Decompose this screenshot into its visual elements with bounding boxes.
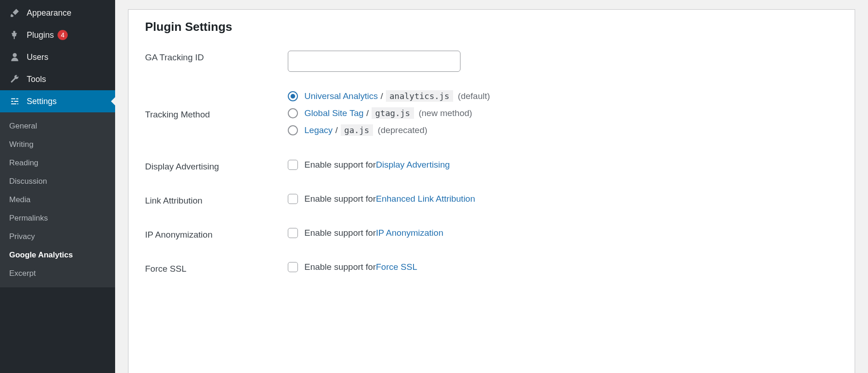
universal-note: (default) — [458, 91, 490, 101]
brush-icon — [8, 7, 21, 18]
ip-anonymization-checkbox[interactable] — [288, 228, 298, 238]
sidebar-item-settings[interactable]: Settings — [0, 90, 115, 112]
tracking-method-legacy[interactable]: Legacy / ga.js (deprecated) — [288, 124, 838, 136]
global-site-tag-link[interactable]: Global Site Tag — [304, 108, 364, 118]
page-title: Plugin Settings — [145, 20, 838, 34]
plugin-settings-panel: Plugin Settings GA Tracking ID Tracking … — [128, 9, 855, 373]
ga-js-code: ga.js — [341, 124, 373, 136]
gtag-note: (new method) — [419, 108, 472, 118]
plugins-update-badge: 4 — [58, 30, 68, 40]
display-advertising-link[interactable]: Display Advertising — [376, 160, 450, 170]
ip-anonymization-option[interactable]: Enable support for IP Anonymization — [288, 228, 838, 238]
link-attribution-prefix: Enable support for — [304, 194, 376, 204]
sidebar-item-users[interactable]: Users — [0, 46, 115, 68]
tracking-method-label: Tracking Method — [145, 90, 288, 120]
settings-submenu: General Writing Reading Discussion Media… — [0, 112, 115, 287]
link-attribution-checkbox[interactable] — [288, 194, 298, 204]
row-link-attribution: Link Attribution Enable support for Enha… — [145, 194, 838, 210]
ip-anonymization-label: IP Anonymization — [145, 228, 288, 240]
admin-sidebar: Appearance Plugins 4 Users Tools S — [0, 0, 115, 373]
plug-icon — [8, 29, 21, 41]
analytics-js-code: analytics.js — [386, 90, 453, 102]
universal-analytics-link[interactable]: Universal Analytics — [304, 91, 378, 101]
display-advertising-checkbox[interactable] — [288, 160, 298, 170]
sliders-icon — [8, 96, 21, 107]
row-force-ssl: Force SSL Enable support for Force SSL — [145, 262, 838, 278]
sidebar-item-label: Plugins — [27, 30, 54, 40]
ga-tracking-id-input[interactable] — [288, 51, 460, 72]
user-icon — [8, 52, 21, 63]
sidebar-item-tools[interactable]: Tools — [0, 68, 115, 90]
submenu-item-reading[interactable]: Reading — [0, 154, 115, 172]
force-ssl-checkbox[interactable] — [288, 262, 298, 272]
tracking-method-universal-radio[interactable] — [288, 91, 298, 101]
gtag-js-code: gtag.js — [372, 107, 414, 119]
submenu-item-writing[interactable]: Writing — [0, 135, 115, 154]
tracking-method-legacy-radio[interactable] — [288, 125, 298, 135]
force-ssl-link[interactable]: Force SSL — [376, 262, 417, 272]
display-advertising-prefix: Enable support for — [304, 160, 376, 170]
legacy-link[interactable]: Legacy — [304, 125, 332, 135]
legacy-note: (deprecated) — [378, 125, 427, 135]
display-advertising-label: Display Advertising — [145, 160, 288, 172]
tracking-method-gtag[interactable]: Global Site Tag / gtag.js (new method) — [288, 107, 838, 119]
sidebar-item-appearance[interactable]: Appearance — [0, 2, 115, 24]
link-attribution-label: Link Attribution — [145, 194, 288, 206]
submenu-item-google-analytics[interactable]: Google Analytics — [0, 246, 115, 264]
submenu-item-permalinks[interactable]: Permalinks — [0, 209, 115, 227]
submenu-item-discussion[interactable]: Discussion — [0, 172, 115, 191]
sidebar-item-label: Tools — [27, 75, 46, 84]
display-advertising-option[interactable]: Enable support for Display Advertising — [288, 160, 838, 170]
enhanced-link-attribution-link[interactable]: Enhanced Link Attribution — [376, 194, 475, 204]
sidebar-item-plugins[interactable]: Plugins 4 — [0, 24, 115, 46]
main-content: Plugin Settings GA Tracking ID Tracking … — [115, 0, 868, 373]
force-ssl-option[interactable]: Enable support for Force SSL — [288, 262, 838, 272]
ip-anonymization-prefix: Enable support for — [304, 228, 376, 238]
row-tracking-method: Tracking Method Universal Analytics / an… — [145, 90, 838, 141]
submenu-item-general[interactable]: General — [0, 117, 115, 135]
row-ga-tracking-id: GA Tracking ID — [145, 51, 838, 72]
wrench-icon — [8, 74, 21, 85]
tracking-method-universal[interactable]: Universal Analytics / analytics.js (defa… — [288, 90, 838, 102]
submenu-item-privacy[interactable]: Privacy — [0, 227, 115, 246]
sidebar-item-label: Users — [27, 52, 48, 62]
sidebar-item-label: Appearance — [27, 8, 71, 18]
force-ssl-label: Force SSL — [145, 262, 288, 274]
link-attribution-option[interactable]: Enable support for Enhanced Link Attribu… — [288, 194, 838, 204]
ga-tracking-id-label: GA Tracking ID — [145, 51, 288, 63]
tracking-method-gtag-radio[interactable] — [288, 108, 298, 118]
sidebar-item-label: Settings — [27, 97, 57, 106]
ip-anonymization-link[interactable]: IP Anonymization — [376, 228, 443, 238]
force-ssl-prefix: Enable support for — [304, 262, 376, 272]
row-display-advertising: Display Advertising Enable support for D… — [145, 160, 838, 175]
row-ip-anonymization: IP Anonymization Enable support for IP A… — [145, 228, 838, 244]
submenu-item-excerpt[interactable]: Excerpt — [0, 264, 115, 283]
submenu-item-media[interactable]: Media — [0, 191, 115, 209]
